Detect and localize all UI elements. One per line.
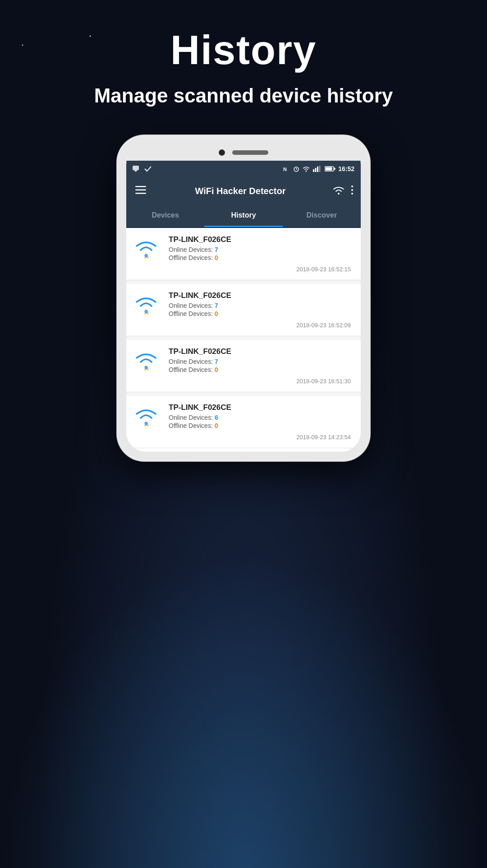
status-icons-left xyxy=(133,166,152,172)
ssid: TP-LINK_F026CE xyxy=(169,291,353,300)
svg-marker-21 xyxy=(134,170,138,172)
wifi-status-icon xyxy=(302,166,310,172)
svg-rect-34 xyxy=(135,190,146,191)
history-item[interactable]: 🔒 TP-LINK_F026CE Online Devices: 6 Offli… xyxy=(126,396,361,448)
phone-wrapper: N xyxy=(117,135,370,461)
history-list: 🔒 TP-LINK_F026CE Online Devices: 7 Offli… xyxy=(126,228,361,448)
online-count: Online Devices: 7 xyxy=(169,246,353,253)
svg-point-39 xyxy=(351,193,353,195)
svg-text:🔒: 🔒 xyxy=(142,254,151,258)
item-details: TP-LINK_F026CE Online Devices: 7 Offline… xyxy=(169,347,353,374)
check-icon xyxy=(144,166,152,172)
tab-bar: Devices History Discover xyxy=(126,205,361,228)
svg-text:🔒: 🔒 xyxy=(142,366,151,370)
signal-icon xyxy=(313,166,322,172)
svg-text:N: N xyxy=(283,167,287,172)
wifi-network-icon: 🔒 xyxy=(134,404,158,426)
item-details: TP-LINK_F026CE Online Devices: 6 Offline… xyxy=(169,403,353,430)
page-subtitle: Manage scanned device history xyxy=(0,83,487,108)
timestamp: 2018-09-23 14:23:54 xyxy=(134,434,353,441)
wifi-network-icon: 🔒 xyxy=(134,348,158,370)
nfc-icon: N xyxy=(283,166,290,172)
clock: 16:52 xyxy=(338,165,354,172)
offline-count: Offline Devices: 0 xyxy=(169,310,353,317)
svg-rect-20 xyxy=(133,166,139,170)
history-item[interactable]: 🔒 TP-LINK_F026CE Online Devices: 7 Offli… xyxy=(126,340,361,392)
ssid: TP-LINK_F026CE xyxy=(169,347,353,356)
svg-point-38 xyxy=(351,189,353,191)
hamburger-menu-icon[interactable] xyxy=(133,183,148,199)
wifi-network-icon: 🔒 xyxy=(134,237,158,258)
notification-icon xyxy=(133,166,141,172)
svg-text:🔒: 🔒 xyxy=(142,422,151,426)
svg-rect-28 xyxy=(317,167,318,172)
wifi-icon-wrapper: 🔒 xyxy=(134,348,161,373)
timestamp: 2018-09-23 16:52:15 xyxy=(134,266,353,273)
page-title-area: History Manage scanned device history xyxy=(0,0,487,135)
svg-rect-31 xyxy=(334,168,335,170)
offline-count: Offline Devices: 0 xyxy=(169,254,353,261)
online-count: Online Devices: 6 xyxy=(169,414,353,421)
status-bar: N xyxy=(126,161,361,177)
item-details: TP-LINK_F026CE Online Devices: 7 Offline… xyxy=(169,291,353,318)
app-bar: WiFi Hacker Detector xyxy=(126,177,361,205)
front-camera xyxy=(219,149,225,156)
history-item[interactable]: 🔒 TP-LINK_F026CE Online Devices: 7 Offli… xyxy=(126,284,361,336)
timestamp: 2018-09-23 16:51:30 xyxy=(134,378,353,385)
offline-count: Offline Devices: 0 xyxy=(169,422,353,429)
offline-count: Offline Devices: 0 xyxy=(169,366,353,373)
app-bar-right-icons xyxy=(333,186,354,196)
svg-rect-29 xyxy=(319,166,321,172)
svg-point-36 xyxy=(338,193,340,195)
page-title: History xyxy=(0,27,487,74)
speaker xyxy=(232,150,268,155)
phone-top-bar xyxy=(126,144,361,161)
item-details: TP-LINK_F026CE Online Devices: 7 Offline… xyxy=(169,235,353,262)
svg-rect-35 xyxy=(135,193,146,194)
phone-inner: N xyxy=(126,144,361,452)
svg-text:🔒: 🔒 xyxy=(142,310,151,314)
online-count: Online Devices: 7 xyxy=(169,358,353,365)
tab-history[interactable]: History xyxy=(204,205,282,227)
ssid: TP-LINK_F026CE xyxy=(169,403,353,412)
ssid: TP-LINK_F026CE xyxy=(169,235,353,244)
svg-point-37 xyxy=(351,186,353,187)
wifi-icon-wrapper: 🔒 xyxy=(134,237,161,261)
timestamp: 2018-09-23 16:52:09 xyxy=(134,322,353,329)
svg-rect-27 xyxy=(315,168,317,172)
status-icons-right: N xyxy=(283,165,354,172)
tab-devices[interactable]: Devices xyxy=(126,205,204,227)
history-item[interactable]: 🔒 TP-LINK_F026CE Online Devices: 7 Offli… xyxy=(126,228,361,280)
svg-rect-26 xyxy=(313,169,314,172)
more-options-icon[interactable] xyxy=(351,186,354,196)
battery-icon xyxy=(325,166,335,172)
wifi-icon[interactable] xyxy=(333,186,345,196)
wifi-icon-wrapper: 🔒 xyxy=(134,404,161,429)
online-count: Online Devices: 7 xyxy=(169,302,353,309)
tab-discover[interactable]: Discover xyxy=(283,205,361,227)
app-title: WiFi Hacker Detector xyxy=(148,186,333,196)
svg-rect-32 xyxy=(326,167,332,171)
wifi-icon-wrapper: 🔒 xyxy=(134,292,161,317)
alarm-icon xyxy=(293,166,299,172)
svg-rect-33 xyxy=(135,186,146,187)
wifi-network-icon: 🔒 xyxy=(134,292,158,314)
phone-outer: N xyxy=(117,135,370,461)
